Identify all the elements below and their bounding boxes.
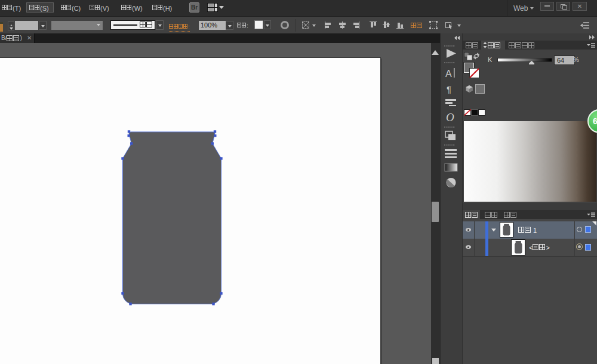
svg-text:¶: ¶ xyxy=(447,84,451,94)
svg-text:O: O xyxy=(446,111,454,124)
svg-text:A: A xyxy=(445,69,452,79)
